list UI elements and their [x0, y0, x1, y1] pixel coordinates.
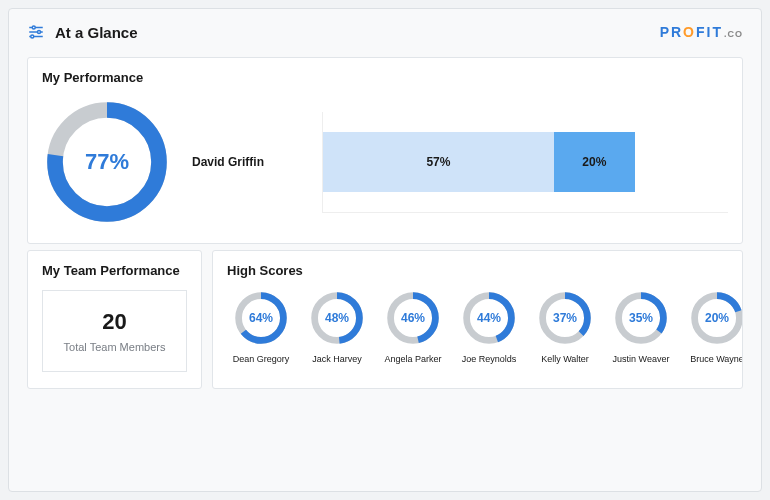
- high-scores-card: High Scores 64%Dean Gregory48%Jack Harve…: [212, 250, 743, 389]
- member-donut: 20%: [689, 290, 743, 346]
- my-performance-card: My Performance 77% David Griffin 57% 20%: [27, 57, 743, 244]
- svg-point-1: [32, 26, 35, 29]
- member-donut: 64%: [233, 290, 289, 346]
- member-pct-label: 37%: [537, 290, 593, 346]
- stacked-segment-1-label: 57%: [426, 155, 450, 169]
- header-left: At a Glance: [27, 23, 138, 41]
- sliders-icon: [27, 23, 45, 41]
- member-item[interactable]: 48%Jack Harvey: [303, 290, 371, 364]
- svg-point-5: [31, 35, 34, 38]
- header: At a Glance PROFIT.CO: [9, 9, 761, 51]
- my-performance-title: My Performance: [42, 70, 728, 85]
- team-count: 20: [51, 309, 178, 335]
- member-item[interactable]: 44%Joe Reynolds: [455, 290, 523, 364]
- high-scores-title: High Scores: [227, 263, 740, 278]
- member-donut: 44%: [461, 290, 517, 346]
- lower-row: My Team Performance 20 Total Team Member…: [27, 250, 743, 389]
- member-item[interactable]: 20%Bruce Wayne: [683, 290, 743, 364]
- member-name: Justin Weaver: [613, 354, 670, 364]
- team-count-label: Total Team Members: [51, 341, 178, 353]
- stacked-bar-wrap: 57% 20%: [322, 112, 728, 213]
- overall-pct-label: 77%: [42, 97, 172, 227]
- member-pct-label: 35%: [613, 290, 669, 346]
- performer-name: David Griffin: [192, 155, 302, 169]
- member-item[interactable]: 46%Angela Parker: [379, 290, 447, 364]
- member-pct-label: 48%: [309, 290, 365, 346]
- page-title: At a Glance: [55, 24, 138, 41]
- member-name: Dean Gregory: [233, 354, 290, 364]
- stacked-segment-2: 20%: [554, 132, 635, 192]
- team-performance-card: My Team Performance 20 Total Team Member…: [27, 250, 202, 389]
- stacked-bar: 57% 20%: [323, 132, 728, 192]
- brand-text-o: O: [683, 24, 696, 40]
- stacked-segment-2-label: 20%: [582, 155, 606, 169]
- member-donut: 35%: [613, 290, 669, 346]
- member-donut: 46%: [385, 290, 441, 346]
- member-item[interactable]: 35%Justin Weaver: [607, 290, 675, 364]
- stacked-segment-1: 57%: [323, 132, 554, 192]
- member-name: Jack Harvey: [312, 354, 362, 364]
- brand-text-p: PR: [660, 24, 683, 40]
- member-name: Angela Parker: [384, 354, 441, 364]
- brand-suffix: .CO: [724, 29, 743, 39]
- member-item[interactable]: 64%Dean Gregory: [227, 290, 295, 364]
- member-pct-label: 20%: [689, 290, 743, 346]
- member-pct-label: 44%: [461, 290, 517, 346]
- brand-logo: PROFIT.CO: [660, 24, 743, 40]
- member-name: Bruce Wayne: [690, 354, 743, 364]
- app-container: At a Glance PROFIT.CO My Performance 77%…: [8, 8, 762, 492]
- team-performance-title: My Team Performance: [42, 263, 187, 278]
- member-pct-label: 46%: [385, 290, 441, 346]
- overall-donut: 77%: [42, 97, 172, 227]
- brand-text-fit: FIT: [696, 24, 723, 40]
- member-donut: 48%: [309, 290, 365, 346]
- member-pct-label: 64%: [233, 290, 289, 346]
- team-count-box: 20 Total Team Members: [42, 290, 187, 372]
- member-name: Kelly Walter: [541, 354, 589, 364]
- svg-point-3: [38, 31, 41, 34]
- member-donut: 37%: [537, 290, 593, 346]
- member-item[interactable]: 37%Kelly Walter: [531, 290, 599, 364]
- high-scores-row: 64%Dean Gregory48%Jack Harvey46%Angela P…: [227, 290, 740, 364]
- member-name: Joe Reynolds: [462, 354, 517, 364]
- my-performance-body: 77% David Griffin 57% 20%: [42, 97, 728, 227]
